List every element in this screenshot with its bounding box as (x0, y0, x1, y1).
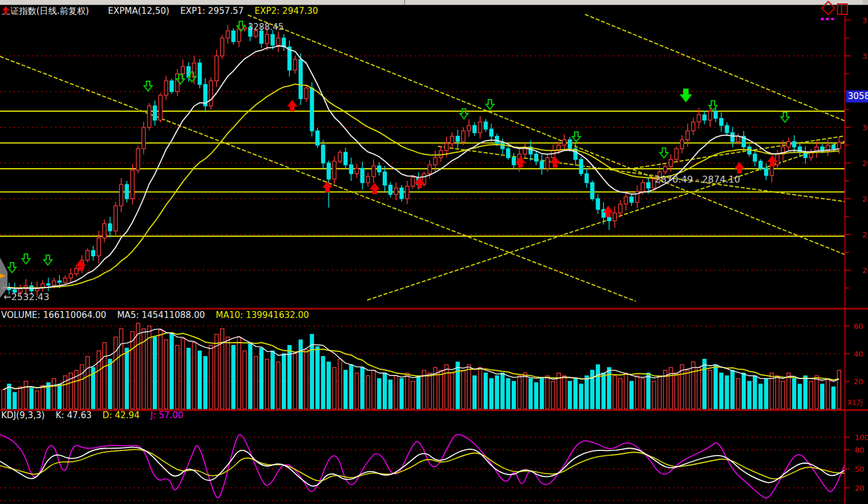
split-window-icon[interactable] (837, 4, 847, 14)
kdj-header: KDJ(9,3,3) K: 47.63 D: 42.94 J: 57.00 (1, 410, 191, 420)
volume-ma10-value: MA10: 139941632.00 (216, 310, 309, 320)
volume-value: VOLUME: 166110064.00 (1, 310, 106, 320)
svg-text:50: 50 (855, 465, 865, 473)
window-corner-controls (816, 0, 868, 26)
expma-lines (3, 46, 839, 289)
svg-text:100: 100 (855, 433, 868, 442)
svg-text:2700: 2700 (862, 230, 868, 239)
kdj-d-value: D: 42.94 (103, 410, 139, 420)
svg-text:3000: 3000 (862, 123, 868, 132)
volume-unit-label: X1万 (847, 398, 863, 408)
svg-text:80: 80 (855, 446, 865, 454)
chart-canvas: 3300320030002900280027002600604020100805… (0, 0, 868, 504)
price-badge: 3058 (846, 90, 868, 103)
volume-ma5-value: MA5: 145411088.00 (117, 310, 205, 320)
exp2-value: EXP2: 2947.30 (255, 6, 318, 16)
kdj-j-value: J: 57.00 (150, 410, 183, 420)
peak-price-label: 3288.45 (248, 22, 284, 32)
indicator-label: EXPMA(12,50) (108, 6, 169, 16)
svg-text:2600: 2600 (862, 266, 868, 275)
svg-text:2800: 2800 (862, 195, 868, 203)
svg-text:20: 20 (855, 484, 865, 492)
svg-text:2900: 2900 (862, 159, 868, 168)
svg-text:60: 60 (854, 322, 863, 331)
svg-text:20: 20 (854, 377, 863, 386)
kdj-lines (0, 435, 845, 498)
min-price-label: ←2532.43 (3, 291, 50, 302)
exp1-value: EXP1: 2957.57 (180, 6, 244, 16)
range-label: 2870.49 - 2874.10 (655, 174, 740, 185)
symbol-title: 上证指数(日线.前复权) (2, 6, 89, 16)
gridlines (0, 56, 845, 501)
svg-text:3200: 3200 (862, 52, 868, 60)
volume-bars (2, 323, 841, 409)
svg-text:40: 40 (854, 350, 863, 358)
kdj-k-value: K: 47.63 (55, 410, 92, 420)
diamond-icon[interactable] (822, 2, 835, 15)
volume-header: VOLUME: 166110064.00 MA5: 145411088.00 M… (1, 310, 317, 320)
more-options-icon[interactable] (821, 18, 834, 20)
trading-terminal: 3300320030002900280027002600604020100805… (0, 0, 868, 504)
price-axis: 3300320030002900280027002600604020100805… (0, 16, 868, 504)
kdj-indicator-label: KDJ(9,3,3) (1, 410, 45, 420)
main-chart-header: 上证指数(日线.前复权) EXPMA(12,50) EXP1: 2957.57 … (2, 6, 326, 16)
